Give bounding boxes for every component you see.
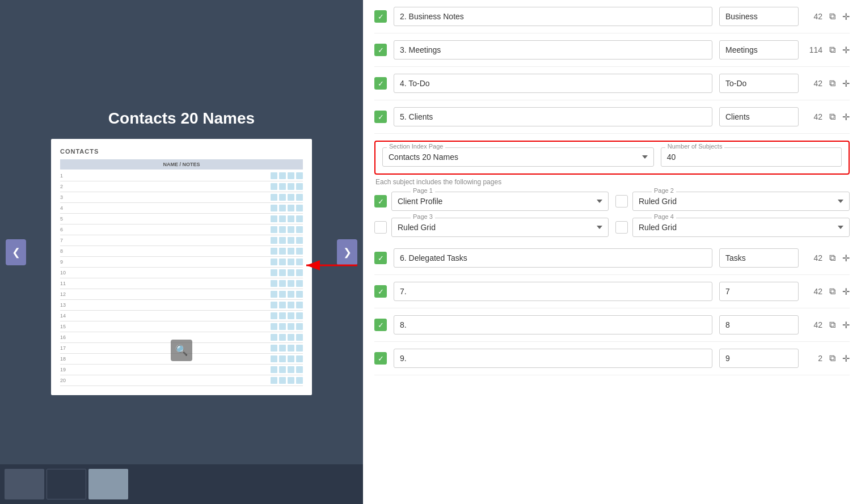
row-4-type-input[interactable] [719,74,799,93]
table-row: ✓ 114 ⧉ ✛ [374,33,850,67]
copy-icon[interactable]: ⧉ [829,112,835,122]
row-5-name-input[interactable] [394,107,712,126]
table-row: ✓ 42 ⧉ ✛ [374,0,850,33]
zoom-icon: 🔍 [175,344,188,357]
row-6-name-input[interactable] [394,248,712,268]
preview-row: 5 [60,214,303,225]
preview-row: 2 [60,181,303,192]
page-3-label: Page 3 [411,213,435,220]
row-icon [279,172,286,179]
preview-row: 14 [60,311,303,321]
drag-icon[interactable]: ✛ [842,78,850,89]
copy-icon[interactable]: ⧉ [829,286,835,297]
thumbnail[interactable] [47,469,86,499]
row-4-name-input[interactable] [394,74,712,93]
row-9-count: 2 [805,354,822,363]
row-7-name-input[interactable] [394,282,712,301]
check-icon: ✓ [378,113,384,121]
page-2-checkbox[interactable] [615,195,628,207]
each-subject-label: Each subject includes the following page… [374,178,850,186]
check-icon: ✓ [378,287,384,296]
row-5-type-input[interactable] [719,107,799,126]
preview-row: 1 [60,171,303,181]
row-9-checkbox[interactable]: ✓ [374,352,387,365]
preview-title: Contacts 20 Names [108,109,255,128]
drag-icon[interactable]: ✛ [842,45,850,56]
section-index-select[interactable]: Contacts 20 Names None Business Notes Me… [382,147,654,167]
copy-icon[interactable]: ⧉ [829,78,835,88]
copy-icon[interactable]: ⧉ [829,353,835,363]
right-panel: ✓ 42 ⧉ ✛ ✓ 114 ⧉ ✛ ✓ 42 ⧉ ✛ ✓ 42 ⧉ ✛ [363,0,861,504]
preview-row: 19 [60,365,303,375]
row-2-checkbox[interactable]: ✓ [374,10,387,23]
number-of-subjects-field-group: Number of Subjects [661,147,842,167]
row-5-count: 42 [805,112,822,121]
preview-row: 7 [60,235,303,246]
row-6-checkbox[interactable]: ✓ [374,252,387,264]
check-icon: ✓ [378,354,384,363]
row-4-checkbox[interactable]: ✓ [374,77,387,90]
pages-grid: ✓ Page 1 Client Profile Ruled Grid Page … [374,192,850,237]
thumbnail[interactable] [88,469,128,499]
drag-icon[interactable]: ✛ [842,253,850,264]
page-4-select[interactable]: Ruled Grid Client Profile [632,218,850,237]
page-1-checkbox[interactable]: ✓ [374,195,387,207]
table-row: ✓ 42 ⧉ ✛ [374,275,850,308]
row-3-checkbox[interactable]: ✓ [374,44,387,56]
drag-icon[interactable]: ✛ [842,353,850,364]
copy-icon[interactable]: ⧉ [829,11,835,22]
row-5-checkbox[interactable]: ✓ [374,111,387,123]
table-row: ✓ 42 ⧉ ✛ [374,242,850,275]
page-3-field-group: Page 3 Ruled Grid Client Profile [374,218,609,237]
copy-icon[interactable]: ⧉ [829,320,835,330]
thumbnail[interactable] [5,469,44,499]
page-4-checkbox[interactable] [615,221,628,234]
table-row: ✓ 42 ⧉ ✛ [374,308,850,342]
row-4-count: 42 [805,79,822,88]
check-icon: ✓ [378,321,384,329]
section-index-block: Section Index Page Contacts 20 Names Non… [374,141,850,175]
section-index-label: Section Index Page [387,143,445,150]
prev-button[interactable]: ❮ [6,239,26,265]
preview-row: 9 [60,257,303,268]
preview-row: 20 [60,375,303,386]
page-2-field-group: Page 2 Ruled Grid Client Profile [615,192,850,211]
row-8-checkbox[interactable]: ✓ [374,319,387,331]
drag-icon[interactable]: ✛ [842,320,850,331]
table-row: ✓ 2 ⧉ ✛ [374,342,850,375]
number-of-subjects-input[interactable] [661,147,842,167]
next-button[interactable]: ❯ [337,239,357,265]
copy-icon[interactable]: ⧉ [829,45,835,55]
row-7-checkbox[interactable]: ✓ [374,285,387,298]
row-icon [288,172,294,179]
row-9-type-input[interactable] [719,349,799,368]
page-3-checkbox[interactable] [374,221,387,234]
copy-icon[interactable]: ⧉ [829,253,835,263]
check-icon: ✓ [378,46,384,54]
row-9-name-input[interactable] [394,349,712,368]
page-3-select[interactable]: Ruled Grid Client Profile [391,218,609,237]
arrow-left-icon: ❮ [12,246,20,259]
preview-row: 6 [60,225,303,235]
check-icon: ✓ [378,12,384,21]
page-1-select[interactable]: Client Profile Ruled Grid [391,192,609,211]
row-8-type-input[interactable] [719,315,799,334]
row-3-name-input[interactable] [394,40,712,60]
drag-icon[interactable]: ✛ [842,112,850,122]
zoom-button[interactable]: 🔍 [171,340,192,361]
page-2-select[interactable]: Ruled Grid Client Profile [632,192,850,211]
row-2-type-input[interactable] [719,7,799,26]
row-6-type-input[interactable] [719,248,799,268]
row-3-type-input[interactable] [719,40,799,60]
drag-icon[interactable]: ✛ [842,286,850,297]
row-8-name-input[interactable] [394,315,712,334]
page-4-label: Page 4 [652,213,676,220]
left-panel: Contacts 20 Names CONTACTS NAME / NOTES … [0,0,363,504]
drag-icon[interactable]: ✛ [842,11,850,22]
row-2-name-input[interactable] [394,7,712,26]
row-2-count: 42 [805,12,822,21]
row-7-type-input[interactable] [719,282,799,301]
page-4-field-group: Page 4 Ruled Grid Client Profile [615,218,850,237]
arrow-right-icon: ❯ [343,246,352,259]
row-icon [296,172,303,179]
